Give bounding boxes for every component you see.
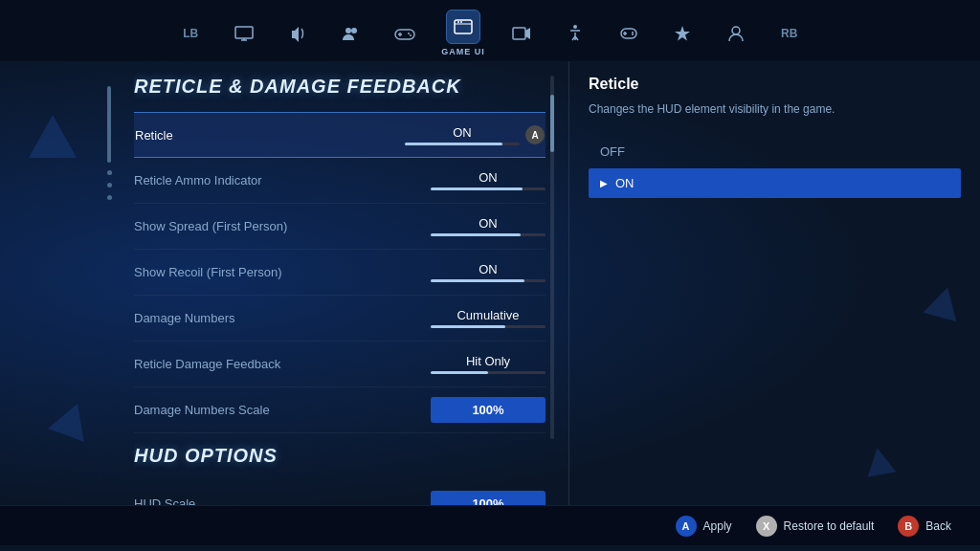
recoil-bar — [431, 279, 546, 282]
option-on-label: ON — [615, 176, 635, 190]
reticle-value-bar: ON — [405, 125, 520, 145]
setting-label-reticle: Reticle — [135, 128, 405, 143]
setting-row-hud-scale[interactable]: HUD Scale 100% — [134, 481, 546, 505]
nav-tab-crossplay[interactable] — [665, 16, 700, 51]
setting-row-reticle[interactable]: Reticle ON A — [134, 112, 546, 158]
setting-label-hud-scale: HUD Scale — [134, 496, 431, 505]
reticle-feedback-value-text: Hit Only — [440, 354, 536, 368]
option-off[interactable]: OFF — [589, 137, 961, 166]
settings-panel: RETICLE & DAMAGE FEEDBACK Reticle ON A R… — [134, 61, 546, 505]
nav-tab-display[interactable] — [227, 16, 261, 51]
svg-rect-12 — [513, 28, 525, 39]
svg-point-13 — [573, 25, 577, 29]
reticle-feedback-bar — [431, 371, 546, 374]
nav-tab-accessibility[interactable] — [558, 16, 592, 51]
restore-button-icon: X — [756, 516, 777, 537]
scrollbar-thumb — [550, 95, 554, 152]
nav-tab-lb[interactable]: LB — [173, 16, 208, 51]
ammo-bar-fill — [431, 187, 523, 190]
svg-point-18 — [632, 33, 634, 35]
recoil-bar-fill — [431, 279, 524, 282]
ammo-value-bar: ON — [431, 170, 546, 190]
setting-row-damage-numbers[interactable]: Damage Numbers Cumulative — [134, 296, 546, 342]
nav-tab-controller[interactable] — [388, 16, 422, 51]
recoil-value-text: ON — [440, 262, 536, 276]
setting-row-damage-scale[interactable]: Damage Numbers Scale 100% — [134, 387, 546, 433]
sidebar-scroll-indicator — [105, 67, 113, 469]
setting-label-damage-numbers: Damage Numbers — [134, 311, 431, 325]
damage-numbers-bar-fill — [431, 325, 505, 328]
scroll-dot-1 — [107, 170, 112, 175]
back-button-icon: B — [898, 516, 919, 537]
back-label: Back — [925, 519, 951, 533]
setting-label-reticle-feedback: Reticle Damage Feedback — [134, 357, 431, 371]
nav-active-label: GAME UI — [441, 47, 485, 56]
svg-point-19 — [732, 27, 740, 34]
svg-rect-0 — [235, 27, 253, 38]
svg-rect-8 — [455, 20, 472, 33]
section-title-hud: HUD OPTIONS — [134, 445, 546, 467]
bottom-bar: A Apply X Restore to default B Back — [0, 505, 980, 545]
nav-tab-social[interactable] — [334, 16, 368, 51]
svg-point-6 — [408, 33, 410, 34]
reticle-feedback-bar-fill — [431, 371, 488, 374]
a-button-reticle[interactable]: A — [525, 125, 545, 144]
back-action[interactable]: B Back — [898, 516, 951, 537]
ammo-value-text: ON — [440, 170, 536, 185]
scroll-dot-2 — [107, 183, 112, 187]
setting-label-recoil: Show Recoil (First Person) — [134, 265, 431, 279]
nav-tab-rb[interactable]: RB — [772, 16, 807, 51]
main-content: RETICLE & DAMAGE FEEDBACK Reticle ON A R… — [0, 61, 980, 505]
restore-action[interactable]: X Restore to default — [756, 516, 875, 537]
svg-point-1 — [345, 28, 351, 33]
nav-tab-video[interactable] — [504, 16, 539, 51]
damage-numbers-value-bar: Cumulative — [431, 308, 546, 328]
svg-point-7 — [410, 34, 412, 36]
reticle-bar — [405, 143, 520, 145]
apply-label: Apply — [703, 519, 732, 533]
top-nav: LB GAME UI RB — [0, 0, 980, 61]
nav-tab-account[interactable] — [719, 16, 753, 51]
nav-tab-gamepad2[interactable] — [612, 16, 646, 51]
reticle-value-text: ON — [414, 125, 510, 140]
nav-tab-audio[interactable] — [280, 16, 315, 51]
spread-value-bar: ON — [431, 216, 546, 236]
apply-button-icon: A — [676, 516, 697, 537]
settings-scrollbar[interactable] — [550, 76, 554, 439]
damage-numbers-bar — [431, 325, 546, 328]
nav-tab-game-ui[interactable]: GAME UI — [441, 10, 485, 56]
reticle-feedback-value-bar: Hit Only — [431, 354, 546, 374]
scroll-dot-3 — [107, 195, 112, 200]
setting-row-ammo[interactable]: Reticle Ammo Indicator ON — [134, 158, 546, 204]
ammo-bar — [431, 187, 546, 190]
svg-point-2 — [351, 28, 357, 33]
recoil-value-bar: ON — [431, 262, 546, 282]
scroll-bar — [107, 86, 111, 163]
apply-action[interactable]: A Apply — [676, 516, 732, 537]
spread-value-text: ON — [440, 216, 536, 231]
svg-point-11 — [460, 21, 462, 23]
reticle-bar-fill — [405, 143, 502, 145]
setting-row-spread[interactable]: Show Spread (First Person) ON — [134, 204, 546, 250]
option-arrow: ▶ — [600, 178, 608, 188]
spread-bar-fill — [431, 233, 521, 236]
section-title-reticle: RETICLE & DAMAGE FEEDBACK — [134, 76, 546, 98]
setting-row-reticle-feedback[interactable]: Reticle Damage Feedback Hit Only — [134, 342, 546, 387]
svg-point-10 — [457, 21, 459, 23]
setting-value-reticle: ON A — [405, 125, 545, 145]
restore-label: Restore to default — [784, 519, 875, 533]
damage-numbers-value-text: Cumulative — [440, 308, 536, 322]
right-panel-desc: Changes the HUD element visibility in th… — [589, 100, 961, 118]
hud-scale-slider[interactable]: 100% — [431, 491, 546, 505]
setting-label-damage-scale: Damage Numbers Scale — [134, 403, 431, 417]
option-on[interactable]: ▶ ON — [589, 168, 961, 198]
setting-row-recoil[interactable]: Show Recoil (First Person) ON — [134, 250, 546, 296]
right-panel-title: Reticle — [589, 76, 961, 93]
svg-point-17 — [632, 32, 634, 33]
setting-label-ammo: Reticle Ammo Indicator — [134, 173, 431, 187]
spread-bar — [431, 233, 546, 236]
damage-scale-slider[interactable]: 100% — [431, 397, 546, 423]
setting-label-spread: Show Spread (First Person) — [134, 219, 431, 233]
right-panel: Reticle Changes the HUD element visibili… — [568, 61, 980, 505]
